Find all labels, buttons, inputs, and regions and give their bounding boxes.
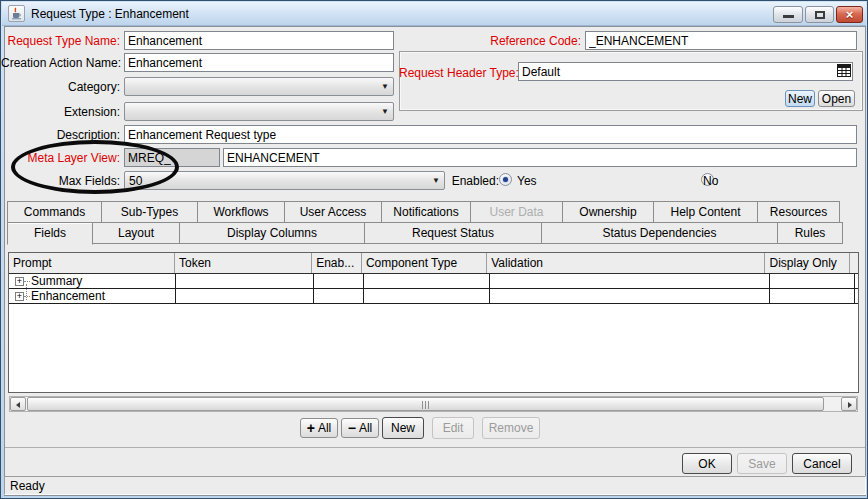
minimize-button[interactable] <box>773 6 803 23</box>
tab-fields[interactable]: Fields <box>7 222 93 245</box>
enabled-label: Enabled: <box>445 174 499 188</box>
tab-row-1: Commands Sub-Types Workflows User Access… <box>7 201 848 222</box>
col-header-enabled[interactable]: Enab... <box>312 253 362 273</box>
scrollbar-grip-icon <box>421 401 430 409</box>
col-header-prompt[interactable]: Prompt <box>9 253 175 273</box>
cell-enabled <box>314 274 364 288</box>
ok-button[interactable]: OK <box>682 453 732 474</box>
right-arrow-icon <box>848 402 852 408</box>
description-label: Description: <box>1 128 120 142</box>
expand-all-button[interactable]: +All <box>300 418 338 438</box>
tab-user-data: User Data <box>470 201 563 222</box>
fields-table: Prompt Token Enab... Component Type Vali… <box>8 252 859 393</box>
cell-display-only <box>770 274 855 288</box>
chevron-down-icon: ▼ <box>377 82 393 91</box>
footer-divider <box>5 447 865 448</box>
table-h-scrollbar[interactable] <box>9 396 858 412</box>
cell-token <box>176 274 314 288</box>
table-row-summary[interactable]: +Summary <box>9 274 858 289</box>
left-arrow-icon <box>16 402 20 408</box>
enabled-yes-label: Yes <box>517 174 537 188</box>
edit-field-button: Edit <box>432 417 474 439</box>
cell-component-type <box>364 289 490 303</box>
reference-code-label: Reference Code: <box>441 34 581 48</box>
col-header-component-type[interactable]: Component Type <box>362 253 487 273</box>
collapse-all-label: All <box>359 421 372 435</box>
category-label: Category: <box>1 80 120 94</box>
category-combobox[interactable]: ▼ <box>124 77 394 96</box>
description-input[interactable] <box>124 125 857 144</box>
table-row-enhancement[interactable]: +Enhancement <box>9 289 858 304</box>
cancel-button[interactable]: Cancel <box>792 453 852 474</box>
enabled-yes-radio[interactable] <box>499 173 512 186</box>
tab-workflows[interactable]: Workflows <box>197 201 285 222</box>
request-header-type-input[interactable] <box>518 62 853 81</box>
max-fields-value: 50 <box>125 174 428 188</box>
tab-display-columns[interactable]: Display Columns <box>179 222 365 244</box>
maximize-icon <box>815 11 825 19</box>
header-type-picker-icon[interactable] <box>837 64 851 77</box>
meta-layer-view-label: Meta Layer View: <box>1 151 120 165</box>
cell-enabled <box>314 289 364 303</box>
max-fields-label: Max Fields: <box>1 174 120 188</box>
save-button: Save <box>737 453 787 474</box>
chevron-down-icon: ▼ <box>428 176 444 185</box>
request-header-type-field-wrap <box>518 62 853 81</box>
maximize-button[interactable] <box>805 6 834 23</box>
creation-action-name-input[interactable] <box>124 53 394 72</box>
extension-combobox[interactable]: ▼ <box>124 102 394 121</box>
meta-layer-view-input[interactable] <box>223 148 857 167</box>
request-header-type-label: Request Header Type: <box>399 66 513 80</box>
max-fields-combobox[interactable]: 50 ▼ <box>124 171 445 190</box>
request-type-name-input[interactable] <box>124 31 394 50</box>
creation-action-name-label: Creation Action Name: <box>1 56 120 70</box>
reference-code-input[interactable] <box>585 31 857 50</box>
minus-icon: − <box>348 423 356 433</box>
tab-resources[interactable]: Resources <box>757 201 840 222</box>
header-type-open-button[interactable]: Open <box>818 90 855 107</box>
tab-status-dependencies[interactable]: Status Dependencies <box>541 222 778 244</box>
status-bar: Ready <box>4 476 866 495</box>
expand-icon[interactable]: + <box>15 277 24 286</box>
header-type-new-button[interactable]: New <box>785 90 815 107</box>
close-button[interactable]: × <box>836 6 863 23</box>
tab-commands[interactable]: Commands <box>7 201 102 222</box>
window-controls: × <box>773 6 863 23</box>
scroll-left-button[interactable] <box>10 397 26 411</box>
new-field-button[interactable]: New <box>382 417 424 439</box>
tab-user-access[interactable]: User Access <box>284 201 382 222</box>
cell-validation <box>490 289 770 303</box>
fields-table-header: Prompt Token Enab... Component Type Vali… <box>9 253 858 274</box>
collapse-all-button[interactable]: −All <box>341 418 379 438</box>
title-bar[interactable]: Request Type : Enhancement × <box>2 2 866 26</box>
enabled-no-label: No <box>703 174 718 188</box>
cell-token <box>176 289 314 303</box>
tab-notifications[interactable]: Notifications <box>381 201 471 222</box>
java-app-icon <box>8 5 25 22</box>
col-header-validation[interactable]: Validation <box>487 253 765 273</box>
tab-strip: Commands Sub-Types Workflows User Access… <box>7 201 848 245</box>
meta-layer-view-prefix-input <box>124 148 220 167</box>
col-header-token[interactable]: Token <box>175 253 312 273</box>
scroll-right-button[interactable] <box>841 397 857 411</box>
row-prompt: Enhancement <box>30 289 105 303</box>
tab-help-content[interactable]: Help Content <box>653 201 758 222</box>
tab-row-2: Fields Layout Display Columns Request St… <box>7 222 848 245</box>
request-type-dialog: Request Type : Enhancement × Request Typ… <box>0 0 868 499</box>
chevron-down-icon: ▼ <box>377 107 393 116</box>
remove-field-button: Remove <box>482 417 540 439</box>
tab-rules[interactable]: Rules <box>777 222 843 244</box>
expand-icon[interactable]: + <box>15 292 24 301</box>
scrollbar-thumb[interactable] <box>27 397 824 411</box>
plus-icon: + <box>307 423 315 433</box>
extension-label: Extension: <box>1 105 120 119</box>
status-text: Ready <box>10 479 45 493</box>
request-type-name-label: Request Type Name: <box>1 34 120 48</box>
tab-ownership[interactable]: Ownership <box>562 201 654 222</box>
tab-layout[interactable]: Layout <box>92 222 180 244</box>
tab-request-status[interactable]: Request Status <box>364 222 542 244</box>
tab-sub-types[interactable]: Sub-Types <box>101 201 198 222</box>
col-header-filler <box>850 253 858 273</box>
col-header-display-only[interactable]: Display Only <box>765 253 850 273</box>
minimize-icon <box>783 15 794 18</box>
